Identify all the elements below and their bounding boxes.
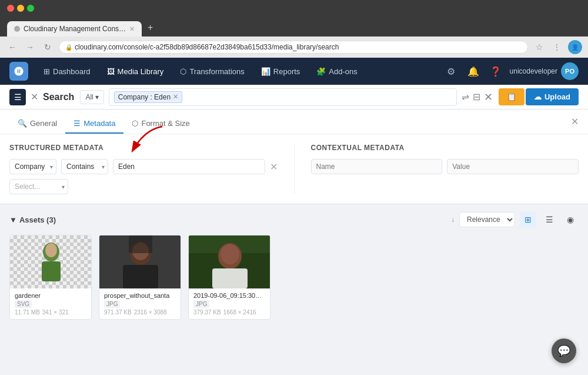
filter-clear-button[interactable]: ✕ [484, 91, 493, 104]
asset-type-prosper: JPG [104, 300, 120, 308]
filter-tag-company: Company : Eden ✕ [114, 91, 182, 103]
user-profile[interactable]: unicodeveloper PO [510, 62, 579, 80]
asset-type-photo3: JPG [193, 300, 209, 308]
tab-format-size[interactable]: ⬡ Format & Size [123, 114, 198, 134]
contextual-value-input[interactable] [447, 159, 579, 174]
search-title: Search [43, 92, 74, 102]
nav-reports[interactable]: 📊 Reports [253, 58, 309, 85]
asset-name-prosper: prosper_without_santa [104, 292, 176, 299]
row-clear-button[interactable]: ✕ [270, 161, 278, 172]
structured-metadata-section: Structured Metadata Company Contains ✕ [9, 144, 278, 194]
operator-select-wrap: Contains [61, 159, 108, 174]
traffic-light-red[interactable] [7, 5, 14, 12]
add-field-select[interactable]: Select... [9, 179, 68, 194]
tab-close-button[interactable]: ✕ [129, 25, 135, 33]
asset-meta2-photo3: 379.37 KB 1668 × 2416 [193, 309, 265, 316]
search-close-button[interactable]: ✕ [31, 91, 38, 102]
filter-adjust-icon[interactable]: ⊟ [473, 91, 480, 102]
new-tab-button[interactable]: + [143, 19, 158, 36]
nav-media-library[interactable]: 🖼 Media Library [99, 58, 172, 85]
ssl-icon: 🔒 [65, 44, 72, 51]
chat-bubble-button[interactable]: 💬 [552, 339, 576, 363]
media-library-icon: 🖼 [107, 67, 115, 76]
grid-view-button[interactable]: ⊞ [520, 211, 536, 228]
assets-area: ▼ Assets (3) ↓ Relevance Date Name ⊞ ☰ ◉ [0, 204, 588, 375]
list-view-button[interactable]: ☰ [541, 211, 557, 228]
url-bar[interactable]: 🔒 cloudinary.com/console/c-a2f58db89d866… [59, 41, 528, 54]
search-bar: ☰ ✕ Search All ▾ Company : Eden ✕ ⇌ ⊟ ✕ [0, 85, 588, 109]
asset-info-photo3: 2019-09-06_09:15:30_2_q1capu JPG 379.37 … [189, 288, 270, 319]
sort-direction-button[interactable]: ↓ [451, 215, 455, 224]
contextual-metadata-title: Contextual Metadata [311, 144, 579, 152]
svg-rect-2 [42, 261, 61, 281]
filter-tags-container: Company : Eden ✕ [109, 88, 457, 106]
filter-structured-row: Company Contains ✕ [9, 159, 278, 174]
value-input[interactable] [113, 159, 265, 174]
assets-header-right: ↓ Relevance Date Name ⊞ ☰ ◉ [451, 211, 579, 228]
traffic-light-yellow[interactable] [17, 5, 24, 12]
reports-icon: 📊 [261, 67, 270, 76]
filter-tabs: 🔍 General ☰ Metadata ⬡ Format & Size ✕ [0, 109, 588, 134]
operator-select[interactable]: Contains [61, 159, 108, 174]
asset-dims-photo3: 1668 × 2416 [223, 309, 256, 316]
contextual-metadata-section: Contextual Metadata [311, 144, 579, 194]
asset-info-gardener: gardener SVG 11.71 MB 341 × 321 [10, 288, 91, 319]
browser-account-badge[interactable]: 👤 [568, 40, 582, 54]
asset-grid: gardener SVG 11.71 MB 341 × 321 [9, 235, 579, 320]
asset-card-prosper[interactable]: prosper_without_santa JPG 971.37 KB 2316… [99, 235, 181, 320]
browser-bookmark-button[interactable]: ☆ [533, 41, 546, 54]
traffic-light-green[interactable] [27, 5, 34, 12]
tab-general[interactable]: 🔍 General [9, 114, 65, 134]
assets-collapse-chevron[interactable]: ▼ [9, 215, 17, 224]
asset-meta2-gardener: 11.71 MB 341 × 321 [15, 309, 86, 316]
nav-dashboard[interactable]: ⊞ Dashboard [35, 58, 99, 85]
help-icon[interactable]: ❓ [487, 63, 504, 79]
search-bar-left: ☰ ✕ Search [9, 89, 74, 105]
nav-transformations[interactable]: ⬡ Transformations [172, 58, 252, 85]
all-dropdown[interactable]: All ▾ [80, 90, 103, 104]
contextual-name-input[interactable] [311, 159, 443, 174]
asset-meta2-prosper: 971.37 KB 2316 × 3088 [104, 309, 176, 316]
tab-title: Cloudinary Management Cons… [24, 25, 126, 33]
nav-right-actions: ⚙ 🔔 ❓ unicodeveloper PO [443, 62, 579, 80]
assets-title: ▼ Assets (3) [9, 215, 56, 224]
upload-button[interactable]: ☁ Upload [526, 88, 579, 105]
browser-menu-button[interactable]: ⋮ [550, 41, 563, 54]
asset-card-gardener[interactable]: gardener SVG 11.71 MB 341 × 321 [9, 235, 92, 320]
filter-tag-remove-button[interactable]: ✕ [173, 93, 178, 101]
asset-card-photo3[interactable]: 2019-09-06_09:15:30_2_q1capu JPG 379.37 … [188, 235, 270, 320]
filter-divider [294, 144, 295, 194]
nav-addons[interactable]: 🧩 Add-ons [308, 58, 365, 85]
sort-dropdown[interactable]: Relevance Date Name [459, 212, 515, 227]
detail-view-button[interactable]: ◉ [562, 211, 579, 228]
filter-settings-icon[interactable]: ⇌ [462, 91, 469, 102]
asset-thumbnail-gardener [10, 235, 92, 288]
browser-refresh-button[interactable]: ↻ [41, 41, 54, 54]
filter-panel-close-button[interactable]: ✕ [571, 116, 579, 132]
settings-icon[interactable]: ⚙ [443, 63, 459, 79]
format-size-icon: ⬡ [132, 119, 138, 128]
asset-name-photo3: 2019-09-06_09:15:30_2_q1capu [193, 292, 265, 299]
svg-point-3 [45, 243, 57, 257]
assets-header: ▼ Assets (3) ↓ Relevance Date Name ⊞ ☰ ◉ [9, 211, 579, 228]
asset-dims-gardener: 341 × 321 [42, 309, 69, 316]
top-navigation: ⊞ Dashboard 🖼 Media Library ⬡ Transforma… [0, 58, 588, 85]
hamburger-button[interactable]: ☰ [9, 89, 26, 105]
upload-queue-icon: 📋 [507, 92, 516, 101]
asset-thumbnail-prosper [99, 235, 181, 288]
add-field-wrap: Select... [9, 179, 68, 194]
browser-back-button[interactable]: ← [6, 41, 19, 54]
hamburger-icon: ☰ [14, 92, 22, 102]
asset-meta-gardener: SVG [15, 300, 86, 308]
asset-size-photo3: 379.37 KB [193, 309, 221, 316]
asset-type-gardener: SVG [15, 300, 32, 308]
transformations-icon: ⬡ [180, 67, 186, 76]
app-logo[interactable] [9, 62, 28, 81]
asset-info-prosper: prosper_without_santa JPG 971.37 KB 2316… [99, 288, 181, 319]
browser-tab[interactable]: Cloudinary Management Cons… ✕ [7, 21, 142, 36]
field-select[interactable]: Company [9, 159, 56, 174]
notifications-icon[interactable]: 🔔 [465, 63, 482, 79]
tab-metadata[interactable]: ☰ Metadata [65, 114, 123, 134]
browser-forward-button[interactable]: → [24, 41, 36, 54]
upload-queue-button[interactable]: 📋 [499, 88, 524, 105]
